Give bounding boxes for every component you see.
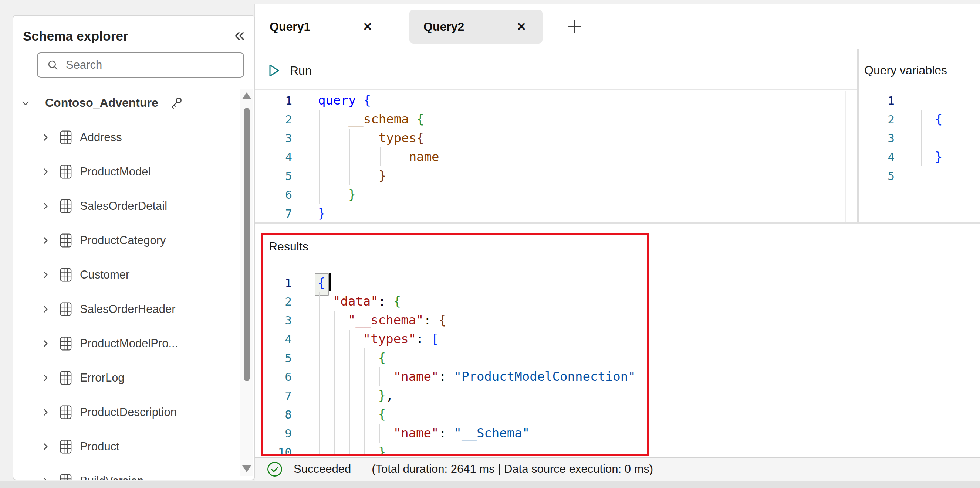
editor-line: 7 },	[263, 386, 647, 405]
table-icon	[60, 130, 72, 144]
close-tab-icon[interactable]: ✕	[363, 20, 372, 33]
tree-item-buildversion[interactable]: BuildVersion	[13, 464, 237, 480]
results-code-viewer[interactable]: 1{2 "data": {3 "__schema": {4 "types": […	[263, 273, 647, 456]
tree-item-customer[interactable]: Customer	[13, 257, 237, 292]
editor-line: 1	[859, 91, 977, 110]
sidebar-scrollbar[interactable]	[240, 89, 253, 476]
indent-guide	[334, 311, 335, 330]
chevron-right-icon[interactable]	[40, 269, 51, 280]
play-icon	[267, 63, 281, 78]
tree-item-productmodel[interactable]: ProductModel	[13, 154, 237, 189]
line-number: 3	[263, 314, 292, 327]
editor-line: 1query {	[255, 91, 843, 110]
tree-item-salesorderdetail[interactable]: SalesOrderDetail	[13, 189, 237, 223]
tree-item-salesorderheader[interactable]: SalesOrderHeader	[13, 292, 237, 326]
indent-guide	[319, 311, 320, 330]
chevron-right-icon[interactable]	[40, 201, 51, 212]
schema-tree: Contoso_Adventure AddressProductModelSal…	[13, 86, 237, 480]
indent-guide	[334, 405, 335, 424]
chevron-right-icon[interactable]	[40, 235, 51, 246]
indent-guide	[350, 128, 350, 147]
indent-guide	[364, 349, 365, 367]
tree-item-label: ProductModelPro...	[80, 337, 178, 350]
chevron-down-icon[interactable]	[20, 98, 31, 109]
scrollbar-thumb[interactable]	[244, 108, 250, 381]
chevron-right-icon[interactable]	[40, 407, 51, 418]
line-number: 2	[263, 295, 292, 308]
tree-root-contoso-adventure[interactable]: Contoso_Adventure	[13, 86, 237, 120]
indent-guide	[364, 424, 365, 442]
tree-item-label: ProductDescription	[80, 406, 177, 419]
indent-guide	[364, 386, 365, 405]
table-icon	[60, 268, 72, 282]
table-icon	[60, 336, 72, 350]
editor-line: 1{	[263, 273, 647, 292]
table-icon	[60, 302, 72, 316]
tab-query1[interactable]: Query1✕	[256, 10, 389, 44]
editor-line: 6 "name": "ProductModelConnection"	[263, 367, 647, 386]
table-icon	[60, 474, 72, 481]
tree-item-address[interactable]: Address	[13, 120, 237, 154]
indent-guide	[350, 166, 350, 185]
chevron-right-icon[interactable]	[40, 166, 51, 177]
indent-guide	[319, 147, 320, 166]
query-code-editor[interactable]: 1query {2 __schema {3 types{4 name5 }6 }…	[255, 91, 843, 223]
status-bar: Succeeded (Total duration: 2641 ms | Dat…	[255, 457, 980, 482]
schema-explorer-title: Schema explorer	[23, 29, 128, 44]
run-button[interactable]: Run	[267, 59, 312, 83]
indent-guide	[334, 424, 335, 442]
indent-guide	[349, 424, 350, 442]
tab-query2[interactable]: Query2✕	[409, 10, 542, 44]
status-state-text: Succeeded	[294, 463, 351, 476]
editor-line: 5	[859, 166, 977, 185]
tree-item-product[interactable]: Product	[13, 429, 237, 464]
close-tab-icon[interactable]: ✕	[517, 20, 526, 33]
indent-guide	[319, 424, 320, 442]
scroll-up-arrow-icon[interactable]	[242, 92, 251, 99]
collapse-panel-icon[interactable]: «	[234, 27, 245, 42]
indent-guide	[921, 147, 921, 166]
tree-item-label: SalesOrderHeader	[80, 303, 175, 316]
line-number: 2	[859, 112, 894, 126]
line-number: 1	[263, 276, 292, 289]
chevron-right-icon[interactable]	[40, 304, 51, 315]
table-icon	[60, 405, 72, 419]
line-number: 4	[859, 151, 894, 164]
line-number: 2	[255, 112, 292, 126]
toolbar-divider	[255, 89, 857, 90]
tree-item-label: ProductCategory	[80, 234, 166, 247]
window-bottom-edge	[0, 482, 980, 488]
line-number: 5	[859, 169, 894, 182]
indent-guide	[334, 349, 335, 367]
indent-guide	[349, 349, 350, 367]
indent-guide	[921, 110, 921, 128]
chevron-right-icon[interactable]	[40, 372, 51, 383]
text-cursor	[329, 273, 331, 291]
table-icon	[60, 165, 72, 179]
chevron-right-icon[interactable]	[40, 441, 51, 452]
indent-guide	[349, 367, 350, 386]
tree-item-productmodelpro[interactable]: ProductModelPro...	[13, 326, 237, 361]
new-tab-button[interactable]	[563, 10, 585, 44]
chevron-right-icon[interactable]	[40, 132, 51, 143]
chevron-right-icon[interactable]	[40, 338, 51, 349]
query-variables-editor[interactable]: 12 {34 }5	[859, 91, 977, 185]
editor-right-edge	[845, 91, 846, 222]
tree-item-productcategory[interactable]: ProductCategory	[13, 223, 237, 257]
results-title: Results	[269, 240, 309, 254]
editor-line: 5 {	[263, 349, 647, 367]
indent-guide	[319, 110, 320, 128]
scroll-down-arrow-icon[interactable]	[242, 466, 251, 472]
table-icon	[60, 371, 72, 385]
tab-label: Query2	[423, 20, 464, 33]
chevron-right-icon[interactable]	[40, 475, 51, 481]
tree-item-productdescription[interactable]: ProductDescription	[13, 395, 237, 429]
line-number: 7	[255, 207, 292, 220]
indent-guide	[921, 128, 921, 147]
plus-icon	[566, 18, 583, 35]
search-input[interactable]: Search	[37, 52, 244, 78]
editor-line: 9 "name": "__Schema"	[263, 424, 647, 442]
table-icon	[60, 233, 72, 247]
editor-results-divider[interactable]	[255, 222, 980, 224]
tree-item-errorlog[interactable]: ErrorLog	[13, 361, 237, 395]
